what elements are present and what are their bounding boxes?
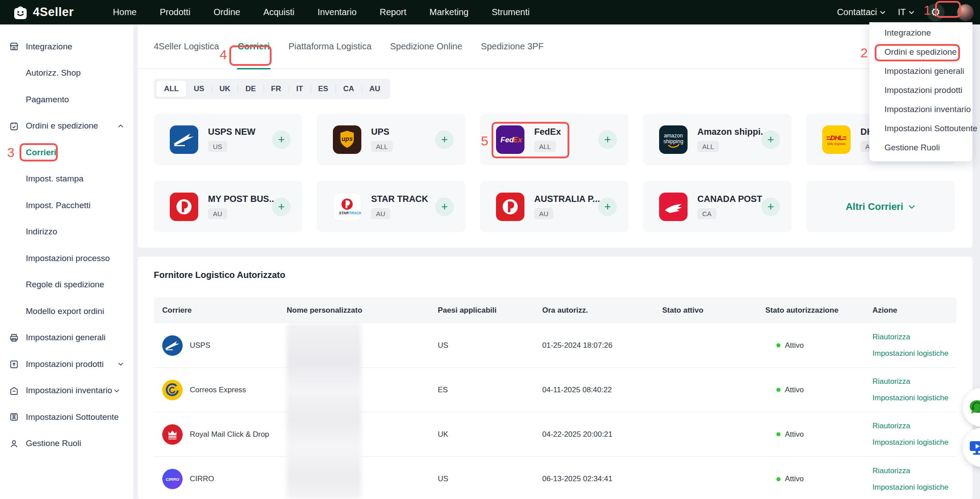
menu-item-impostazioni-generali[interactable]: Impostazioni generali: [869, 61, 972, 80]
usps-circle-logo: [162, 335, 183, 356]
nav-home[interactable]: Home: [113, 7, 136, 17]
menu-item-integrazione[interactable]: Integrazione: [869, 23, 972, 42]
person-icon: [9, 438, 20, 449]
menu-item-gestione-ruoli[interactable]: Gestione Ruoli: [869, 138, 972, 157]
startrack-logo: STARTRACK: [333, 193, 361, 221]
filter-ca[interactable]: CA: [336, 81, 362, 97]
add-carrier-button[interactable]: +: [761, 130, 780, 149]
sidebar-item-impostazioni-prodotti[interactable]: Impostazioni prodotti: [0, 351, 133, 378]
tab-corrieri[interactable]: Corrieri: [238, 24, 270, 69]
canada-post-logo: [659, 193, 688, 221]
filter-de[interactable]: DE: [238, 81, 264, 97]
sidebar-item-pagamento[interactable]: Pagamento: [0, 86, 133, 113]
video-tutorial-icon: [967, 438, 980, 457]
logistics-settings-link[interactable]: Impostazioni logistiche: [872, 483, 956, 492]
sidebar-item-integrazione[interactable]: Integrazione: [0, 33, 133, 60]
sidebar-item-corrieri[interactable]: Corrieri: [0, 139, 133, 166]
add-carrier-button[interactable]: +: [272, 130, 291, 149]
menu-item-impostazioni-sottoutente[interactable]: Impostazioni Sottoutente: [869, 119, 972, 138]
logistics-settings-link[interactable]: Impostazioni logistiche: [872, 438, 956, 447]
reauthorize-link[interactable]: Riautorizza: [872, 333, 956, 342]
sidebar-item-ordini-e-spedizione[interactable]: Ordini e spedizione: [0, 113, 133, 140]
sidebar-item-regole-di-spedizione[interactable]: Regole di spedizione: [0, 272, 133, 298]
svg-text:amazon: amazon: [664, 133, 683, 139]
nav-prodotti[interactable]: Prodotti: [160, 7, 190, 17]
carrier-country-badge: AU: [534, 208, 553, 219]
nav-inventario[interactable]: Inventario: [317, 7, 356, 17]
tab-spedizione-online[interactable]: Spedizione Online: [390, 24, 462, 69]
tab-spedizione-3pf[interactable]: Spedizione 3PF: [481, 24, 544, 69]
nav-ordine[interactable]: Ordine: [213, 7, 240, 17]
settings-button[interactable]: ⚙: [927, 4, 944, 21]
tab-4seller-logistica[interactable]: 4Seller Logistica: [154, 24, 219, 69]
menu-item-impostazioni-inventario[interactable]: Impostazioni inventario: [869, 100, 972, 119]
logistics-settings-link[interactable]: Impostazioni logistiche: [872, 349, 956, 358]
sidebar-item-impost-pacchetti[interactable]: Impost. Pacchetti: [0, 192, 133, 219]
add-carrier-button[interactable]: +: [435, 197, 454, 216]
authorized-time: 06-13-2025 02:34:41: [542, 475, 662, 483]
sidebar-item-impostazioni-sottoutente[interactable]: Impostazioni Sottoutente: [0, 404, 133, 431]
avatar[interactable]: [957, 4, 974, 21]
filter-us[interactable]: US: [186, 81, 212, 97]
nav-marketing[interactable]: Marketing: [429, 7, 468, 17]
gear-icon: ⚙: [931, 7, 940, 18]
add-carrier-button[interactable]: +: [598, 197, 617, 216]
more-carriers-card[interactable]: Altri Corrieri: [806, 181, 955, 232]
country-filter: ALL US UK DE FR IT ES CA AU: [154, 79, 390, 99]
sidebar-item-indirizzo[interactable]: Indirizzo: [0, 219, 133, 245]
sidebar-item-impostazioni-generali[interactable]: Impostazioni generali: [0, 325, 133, 351]
menu-item-impostazioni-prodotti[interactable]: Impostazioni prodotti: [869, 80, 972, 100]
brand[interactable]: 4Seller: [12, 4, 74, 20]
filter-all[interactable]: ALL: [156, 81, 186, 97]
brand-name: 4Seller: [33, 5, 74, 19]
carrier-card-mypost-business[interactable]: MY POST BUS... AU +: [154, 181, 302, 232]
contact-dropdown[interactable]: Contattaci: [837, 7, 885, 17]
tab-piattaforma-logistica[interactable]: Piattaforma Logistica: [288, 24, 372, 69]
sidebar-item-modello-export-ordini[interactable]: Modello export ordini: [0, 298, 133, 325]
carrier-name: CIRRO: [190, 475, 214, 483]
language-dropdown[interactable]: IT: [898, 7, 914, 17]
carrier-name: USPS: [190, 341, 210, 350]
carrier-card-australia-post[interactable]: AUSTRALIA P... AU +: [480, 181, 628, 232]
redacted-custom-names: [287, 323, 361, 499]
filter-it[interactable]: IT: [289, 81, 311, 97]
carrier-card-fedex[interactable]: FedEx FedEx ALL +: [480, 114, 628, 165]
menu-item-ordini-e-spedizione[interactable]: Ordini e spedizione: [869, 42, 972, 61]
sidebar-item-gestione-ruoli[interactable]: Gestione Ruoli: [0, 431, 133, 457]
reauthorize-link[interactable]: Riautorizza: [872, 467, 956, 475]
add-carrier-button[interactable]: +: [272, 197, 291, 216]
sidebar-item-impostazioni-inventario[interactable]: Impostazioni inventario: [0, 378, 133, 404]
status-label: Attivo: [785, 475, 804, 483]
product-box-icon: [9, 359, 20, 370]
filter-es[interactable]: ES: [311, 81, 336, 97]
fedex-logo: FedEx: [496, 125, 524, 154]
sidebar-item-impost-stampa[interactable]: Impost. stampa: [0, 166, 133, 193]
order-bag-icon: [9, 121, 20, 131]
filter-fr[interactable]: FR: [264, 81, 289, 97]
sidebar-item-autorizz-shop[interactable]: Autorizz. Shop: [0, 60, 133, 87]
inventory-icon: [9, 385, 20, 396]
carrier-card-canada-post[interactable]: CANADA POST CA +: [643, 181, 792, 232]
add-carrier-button[interactable]: +: [761, 197, 780, 216]
carrier-card-ups[interactable]: ups UPS ALL +: [317, 114, 465, 165]
printer-icon: [9, 332, 20, 343]
carrier-country-badge: ALL: [371, 141, 393, 152]
col-nome-personalizzato: Nome personalizzato: [287, 306, 438, 315]
add-carrier-button[interactable]: +: [435, 130, 454, 149]
svg-text:DHL: DHL: [830, 134, 843, 141]
chevron-down-icon: [118, 362, 124, 366]
filter-au[interactable]: AU: [362, 81, 388, 97]
reauthorize-link[interactable]: Riautorizza: [872, 377, 956, 386]
filter-uk[interactable]: UK: [212, 81, 238, 97]
nav-report[interactable]: Report: [380, 7, 406, 17]
carrier-card-usps-new[interactable]: USPS NEW US +: [154, 114, 302, 165]
carrier-country-badge: ALL: [534, 141, 556, 152]
nav-acquisti[interactable]: Acquisti: [263, 7, 294, 17]
carrier-card-amazon-shipping[interactable]: amazonshipping Amazon shippi... ALL +: [643, 114, 792, 165]
carrier-card-star-track[interactable]: STARTRACK STAR TRACK AU +: [317, 181, 465, 232]
add-carrier-button[interactable]: +: [598, 130, 617, 149]
sidebar-item-impostazioni-processo[interactable]: Impostazioni processo: [0, 245, 133, 272]
nav-strumenti[interactable]: Strumenti: [492, 7, 530, 17]
logistics-settings-link[interactable]: Impostazioni logistiche: [872, 394, 956, 402]
reauthorize-link[interactable]: Riautorizza: [872, 422, 956, 431]
